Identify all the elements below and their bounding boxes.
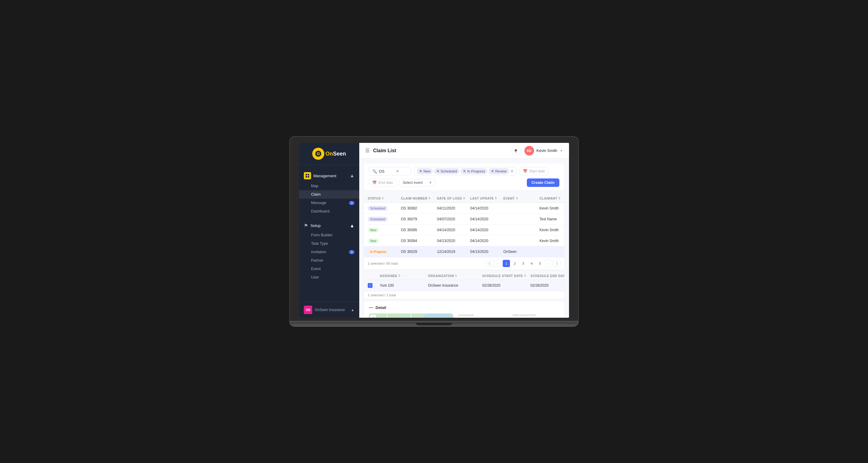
page-4-button[interactable]: 4 — [528, 260, 535, 267]
search-icon: 🔍 — [372, 169, 377, 174]
status-badge: Scheduled — [368, 217, 388, 221]
start-date-input[interactable]: 📅 Start date — [520, 167, 548, 175]
sidebar-item-task-type[interactable]: Task Type — [299, 239, 359, 248]
detail-toggle[interactable]: — Detail — [369, 305, 559, 310]
management-section: Management ▲ Map Claim Message 0 — [299, 167, 359, 218]
sidebar-item-claim[interactable]: Claim — [299, 190, 359, 198]
page-3-button[interactable]: 3 — [520, 260, 527, 267]
sub-end-cell: 02/28/2020 — [530, 283, 564, 287]
sidebar-item-dashboard[interactable]: Dashboard — [299, 207, 359, 216]
calendar-icon-2: 📅 — [372, 181, 377, 185]
user-menu-button[interactable]: KE Kevin Smith ▼ — [524, 146, 563, 156]
sub-checkbox-cell: ✓ — [368, 283, 380, 288]
th-date-of-loss: DATE OF LOSS ⇅ — [437, 196, 470, 200]
table-row[interactable]: In Progress OS 30029 12/14/2019 04/13/20… — [364, 246, 564, 257]
table-row[interactable]: New OS 30084 04/13/2020 04/14/2020 Kevin… — [364, 236, 564, 246]
create-claim-button[interactable]: Create Claim — [527, 179, 559, 187]
detail-map: + − ⤢ Palo Alto Stanford Googleple — [369, 313, 453, 318]
th-status: STATUS ⇅ — [368, 196, 401, 200]
sub-table-header: ASSIGNEE ⇅ ORGANIZATION ⇅ SCHEDULE START… — [364, 272, 564, 280]
page-5-button[interactable]: 5 — [536, 260, 544, 267]
sub-pagination: 1 selected / 1 total — [364, 291, 564, 299]
filter-chip-new[interactable]: ✕ New — [417, 168, 433, 174]
notification-button[interactable] — [511, 146, 521, 156]
detail-organization: ORGANIZATION OnSeen Insurance — [513, 313, 559, 318]
dashboard-label: Dashboard — [311, 209, 330, 213]
status-cell: New — [368, 239, 401, 243]
message-badge: 0 — [349, 201, 354, 205]
search-input[interactable] — [379, 169, 394, 174]
svg-point-7 — [516, 152, 516, 152]
detail-section: — Detail — [364, 302, 564, 318]
last-update-cell: 04/14/2020 — [470, 217, 503, 221]
claims-table: STATUS ⇅ CLAIM NUMBER ⇅ DATE OF LOSS ⇅ L… — [364, 194, 564, 270]
logo-area: OnSeen — [299, 143, 359, 165]
status-cell: New — [368, 227, 401, 233]
sidebar-item-event[interactable]: Event — [299, 265, 359, 273]
setup-section: ⚑ Setup ▲ Form Builder Task Type Invitat… — [299, 218, 359, 284]
calendar-icon: 📅 — [523, 169, 527, 173]
sub-th-check — [368, 274, 380, 278]
sub-th-end: SCHEDULE END DATE ⇅ — [530, 274, 564, 278]
filter-clear-all-icon[interactable]: ✕ — [510, 169, 514, 174]
org-name: OnSeen Insurance — [315, 308, 348, 312]
svg-text:⤢: ⤢ — [372, 316, 374, 318]
page-next-button[interactable]: › — [545, 260, 552, 267]
page-2-button[interactable]: 2 — [511, 260, 518, 267]
row-checkbox[interactable]: ✓ — [368, 283, 373, 288]
filter-chip-review[interactable]: ✕ Review — [489, 168, 509, 174]
status-cell: Scheduled — [368, 217, 401, 221]
table-row[interactable]: Scheduled OS 30082 04/11/2020 04/14/2020… — [364, 203, 564, 214]
status-cell: In Progress — [368, 249, 401, 254]
table-row[interactable]: Scheduled OS 30079 04/07/2020 04/14/2020… — [364, 214, 564, 224]
message-label: Message — [311, 201, 327, 205]
claimant-cell: Kevin Smith — [539, 239, 564, 243]
search-clear-icon[interactable]: ✕ — [396, 169, 399, 174]
sidebar-item-form-builder[interactable]: Form Builder — [299, 231, 359, 239]
sidebar-item-message[interactable]: Message 0 — [299, 198, 359, 207]
table-row[interactable]: New OS 30085 04/14/2020 04/14/2020 Kevin… — [364, 224, 564, 236]
svg-rect-3 — [306, 174, 307, 176]
th-claim-number: CLAIM NUMBER ⇅ — [401, 196, 437, 200]
sub-table: ASSIGNEE ⇅ ORGANIZATION ⇅ SCHEDULE START… — [364, 272, 564, 299]
last-update-cell: 04/13/2020 — [470, 250, 503, 254]
page-prev-button[interactable]: ‹ — [494, 260, 501, 267]
sidebar-item-map[interactable]: Map — [299, 182, 359, 190]
management-label: Management — [313, 174, 350, 178]
org-chevron-icon: ▲ — [351, 308, 354, 312]
end-date-input[interactable]: 📅 End date — [369, 179, 396, 187]
claimant-cell: Kevin Smith — [539, 228, 564, 232]
page-1-button[interactable]: 1 — [503, 260, 510, 267]
hamburger-icon[interactable]: ☰ — [365, 148, 370, 153]
sidebar-item-partner[interactable]: Partner — [299, 256, 359, 265]
event-select[interactable]: Select event ▼ — [399, 179, 435, 187]
setup-chevron-icon: ▲ — [350, 223, 354, 228]
page-first-button[interactable]: ⟪ — [486, 260, 493, 267]
sub-start-cell: 02/28/2020 — [482, 283, 530, 287]
page-last-button[interactable]: ⟫ — [553, 260, 561, 267]
claimant-cell: Kevin Smith — [539, 206, 564, 210]
setup-header[interactable]: ⚑ Setup ▲ — [299, 220, 359, 231]
detail-collapse-icon: — — [369, 305, 373, 310]
sidebar-item-invitation[interactable]: Invitation 0 — [299, 248, 359, 256]
filter-chip-scheduled[interactable]: ✕ Scheduled — [434, 168, 459, 174]
setup-label: Setup — [310, 223, 350, 228]
sidebar: OnSeen — [299, 143, 359, 318]
filter-bar: 🔍 ✕ ✕ New ✕ Scheduled — [364, 163, 564, 190]
table-pagination: 1 selected / 65 total ⟪ ‹ 1 2 3 4 5 › ⟫ — [364, 257, 564, 270]
sub-org-cell: OnSeen Insurance — [428, 283, 482, 287]
content-area: 🔍 ✕ ✕ New ✕ Scheduled — [359, 159, 569, 318]
management-header[interactable]: Management ▲ — [299, 170, 359, 182]
svg-rect-4 — [308, 174, 309, 176]
last-update-cell: 04/14/2020 — [470, 228, 503, 232]
filter-chip-inprogress[interactable]: ✕ In Progress — [461, 168, 487, 174]
status-cell: Scheduled — [368, 206, 401, 211]
date-of-loss-cell: 04/13/2020 — [437, 239, 470, 243]
user-chevron-icon: ▼ — [560, 149, 563, 153]
sub-th-start: SCHEDULE START DATE ⇅ — [482, 274, 530, 278]
sidebar-item-user[interactable]: User — [299, 273, 359, 281]
page-title: Claim List — [373, 148, 396, 153]
topbar-right: KE Kevin Smith ▼ — [511, 146, 563, 156]
sub-table-row[interactable]: ✓ Yurii 100 OnSeen Insurance 02/28/2020 … — [364, 280, 564, 291]
sidebar-footer[interactable]: ON OnSeen Insurance ▲ — [299, 302, 359, 318]
